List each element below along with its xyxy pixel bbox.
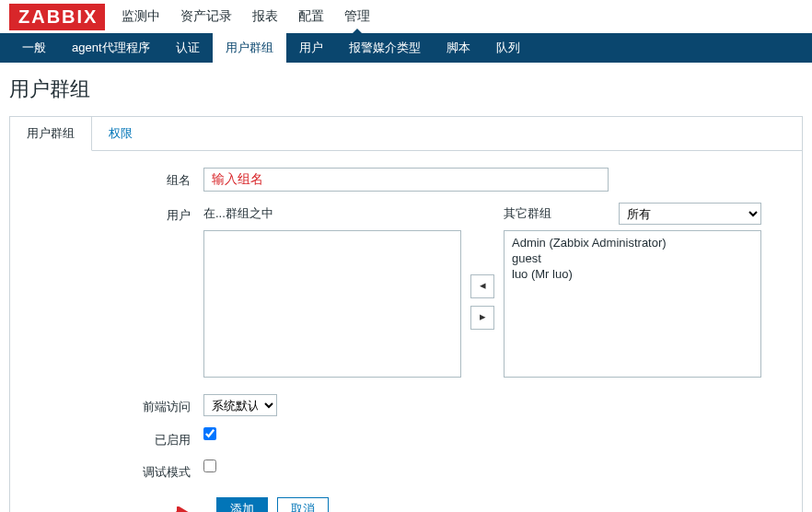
label-debug: 调试模式 bbox=[29, 460, 203, 481]
topnav-item-inventory[interactable]: 资产记录 bbox=[177, 1, 236, 32]
page-title: 用户群组 bbox=[0, 63, 812, 116]
cancel-button[interactable]: 取消 bbox=[277, 497, 329, 512]
in-group-label: 在...群组之中 bbox=[203, 205, 273, 222]
other-group-listbox[interactable]: Admin (Zabbix Administrator)guestluo (Mr… bbox=[504, 230, 761, 378]
tab-user-group[interactable]: 用户群组 bbox=[10, 117, 92, 151]
row-frontend-access: 前端访问 系统默认 bbox=[29, 394, 783, 416]
subnav-item-user-groups[interactable]: 用户群组 bbox=[213, 33, 286, 63]
subnav-item-authentication[interactable]: 认证 bbox=[163, 33, 213, 63]
topnav-item-monitoring[interactable]: 监测中 bbox=[118, 1, 164, 32]
action-row: 添加 取消 bbox=[29, 497, 783, 512]
subnav-item-queue[interactable]: 队列 bbox=[483, 33, 533, 63]
subnav-item-general[interactable]: 一般 bbox=[9, 33, 59, 63]
move-left-button[interactable]: ◂ bbox=[470, 274, 494, 298]
other-group-select[interactable]: 所有 bbox=[619, 203, 761, 225]
content-box: 用户群组 权限 组名 用户 在...群组之中 ◂ bbox=[9, 116, 803, 512]
label-group-name: 组名 bbox=[29, 168, 203, 189]
debug-checkbox[interactable] bbox=[203, 460, 216, 472]
subnav-item-scripts[interactable]: 脚本 bbox=[434, 33, 483, 63]
add-button[interactable]: 添加 bbox=[216, 497, 268, 512]
mover-column: ◂ ▸ bbox=[461, 227, 504, 378]
label-frontend-access: 前端访问 bbox=[29, 394, 203, 415]
group-name-input[interactable] bbox=[203, 168, 609, 192]
tab-row: 用户群组 权限 bbox=[10, 117, 802, 151]
list-item[interactable]: guest bbox=[510, 250, 755, 266]
tab-permissions[interactable]: 权限 bbox=[92, 117, 150, 150]
other-group-header: 其它群组 所有 bbox=[504, 203, 761, 225]
row-enabled: 已启用 bbox=[29, 427, 783, 448]
in-group-column: 在...群组之中 bbox=[203, 203, 461, 378]
row-debug: 调试模式 bbox=[29, 460, 783, 481]
move-right-button[interactable]: ▸ bbox=[470, 306, 494, 330]
list-item[interactable]: luo (Mr luo) bbox=[510, 266, 755, 282]
topnav-item-configuration[interactable]: 配置 bbox=[295, 1, 328, 32]
enabled-checkbox[interactable] bbox=[203, 427, 216, 440]
row-users: 用户 在...群组之中 ◂ ▸ 其它群组 bbox=[29, 203, 783, 378]
other-group-column: 其它群组 所有 Admin (Zabbix Administrator)gues… bbox=[504, 203, 761, 378]
topnav-item-administration[interactable]: 管理 bbox=[341, 1, 374, 32]
logo[interactable]: ZABBIX bbox=[9, 4, 105, 30]
list-item[interactable]: Admin (Zabbix Administrator) bbox=[510, 235, 755, 250]
form-area: 组名 用户 在...群组之中 ◂ ▸ bbox=[10, 151, 802, 512]
in-group-header: 在...群组之中 bbox=[203, 203, 461, 225]
top-nav: ZABBIX 监测中 资产记录 报表 配置 管理 bbox=[0, 0, 812, 33]
in-group-listbox[interactable] bbox=[203, 230, 461, 378]
label-enabled: 已启用 bbox=[29, 427, 203, 448]
subnav-item-proxies[interactable]: agent代理程序 bbox=[59, 33, 163, 63]
frontend-access-select[interactable]: 系统默认 bbox=[203, 394, 277, 416]
row-group-name: 组名 bbox=[29, 168, 783, 192]
sub-nav: 一般 agent代理程序 认证 用户群组 用户 报警媒介类型 脚本 队列 bbox=[0, 33, 812, 63]
topnav-item-reports[interactable]: 报表 bbox=[249, 1, 282, 32]
other-group-label: 其它群组 bbox=[504, 205, 551, 222]
subnav-item-users[interactable]: 用户 bbox=[286, 33, 336, 63]
label-users: 用户 bbox=[29, 203, 203, 224]
users-dual-list: 在...群组之中 ◂ ▸ 其它群组 所有 bbox=[203, 203, 761, 378]
